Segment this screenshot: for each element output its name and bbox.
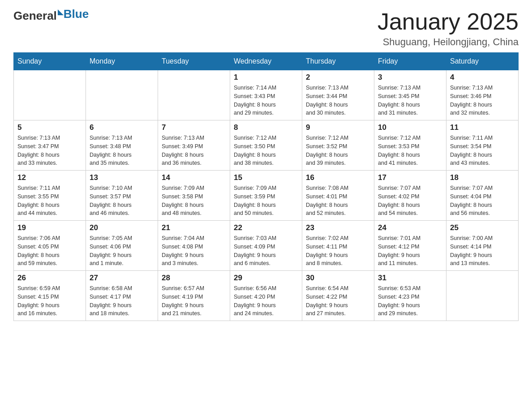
calendar-week-5: 26Sunrise: 6:59 AM Sunset: 4:15 PM Dayli… xyxy=(14,271,519,321)
day-number: 28 xyxy=(162,274,226,283)
day-info: Sunrise: 7:07 AM Sunset: 4:04 PM Dayligh… xyxy=(450,184,515,218)
calendar-cell: 4Sunrise: 7:13 AM Sunset: 3:46 PM Daylig… xyxy=(446,70,519,120)
weekday-header-row: SundayMondayTuesdayWednesdayThursdayFrid… xyxy=(14,53,519,70)
calendar-cell: 25Sunrise: 7:00 AM Sunset: 4:14 PM Dayli… xyxy=(446,221,519,271)
day-number: 3 xyxy=(378,73,442,82)
calendar-week-1: 1Sunrise: 7:14 AM Sunset: 3:43 PM Daylig… xyxy=(14,70,519,120)
day-info: Sunrise: 7:08 AM Sunset: 4:01 PM Dayligh… xyxy=(306,184,370,218)
day-info: Sunrise: 7:02 AM Sunset: 4:11 PM Dayligh… xyxy=(306,234,370,268)
day-info: Sunrise: 7:06 AM Sunset: 4:05 PM Dayligh… xyxy=(17,234,82,268)
day-info: Sunrise: 6:54 AM Sunset: 4:22 PM Dayligh… xyxy=(306,284,370,318)
calendar-week-4: 19Sunrise: 7:06 AM Sunset: 4:05 PM Dayli… xyxy=(14,221,519,271)
calendar-cell: 22Sunrise: 7:03 AM Sunset: 4:09 PM Dayli… xyxy=(230,221,302,271)
calendar-cell: 7Sunrise: 7:13 AM Sunset: 3:49 PM Daylig… xyxy=(158,120,230,171)
day-number: 15 xyxy=(234,173,298,182)
calendar-cell: 29Sunrise: 6:56 AM Sunset: 4:20 PM Dayli… xyxy=(230,271,302,321)
day-number: 1 xyxy=(234,73,298,82)
day-info: Sunrise: 7:13 AM Sunset: 3:46 PM Dayligh… xyxy=(450,84,515,117)
location: Shuguang, Heilongjiang, China xyxy=(378,36,519,48)
day-number: 13 xyxy=(90,173,154,182)
day-number: 2 xyxy=(306,73,370,82)
calendar-cell: 24Sunrise: 7:01 AM Sunset: 4:12 PM Dayli… xyxy=(374,221,446,271)
logo-arrow-icon xyxy=(58,9,64,15)
calendar-cell: 1Sunrise: 7:14 AM Sunset: 3:43 PM Daylig… xyxy=(230,70,302,120)
calendar-cell: 30Sunrise: 6:54 AM Sunset: 4:22 PM Dayli… xyxy=(302,271,374,321)
calendar-cell: 17Sunrise: 7:07 AM Sunset: 4:02 PM Dayli… xyxy=(374,171,446,221)
calendar-cell: 18Sunrise: 7:07 AM Sunset: 4:04 PM Dayli… xyxy=(446,171,519,221)
day-info: Sunrise: 7:13 AM Sunset: 3:47 PM Dayligh… xyxy=(17,134,82,167)
calendar-cell: 21Sunrise: 7:04 AM Sunset: 4:08 PM Dayli… xyxy=(158,221,230,271)
calendar-cell: 23Sunrise: 7:02 AM Sunset: 4:11 PM Dayli… xyxy=(302,221,374,271)
day-info: Sunrise: 6:53 AM Sunset: 4:23 PM Dayligh… xyxy=(378,284,442,318)
day-info: Sunrise: 6:58 AM Sunset: 4:17 PM Dayligh… xyxy=(90,284,154,318)
month-title: January 2025 xyxy=(378,9,519,34)
day-info: Sunrise: 7:11 AM Sunset: 3:54 PM Dayligh… xyxy=(450,134,515,167)
calendar-week-2: 5Sunrise: 7:13 AM Sunset: 3:47 PM Daylig… xyxy=(14,120,519,171)
day-number: 8 xyxy=(234,123,298,132)
day-info: Sunrise: 7:13 AM Sunset: 3:45 PM Dayligh… xyxy=(378,84,442,117)
title-section: January 2025 Shuguang, Heilongjiang, Chi… xyxy=(378,9,519,48)
calendar-header: SundayMondayTuesdayWednesdayThursdayFrid… xyxy=(14,53,519,70)
calendar-cell: 10Sunrise: 7:12 AM Sunset: 3:53 PM Dayli… xyxy=(374,120,446,171)
weekday-header-monday: Monday xyxy=(86,53,158,70)
calendar-cell: 27Sunrise: 6:58 AM Sunset: 4:17 PM Dayli… xyxy=(86,271,158,321)
day-number: 10 xyxy=(378,123,442,132)
weekday-header-wednesday: Wednesday xyxy=(230,53,302,70)
day-info: Sunrise: 7:14 AM Sunset: 3:43 PM Dayligh… xyxy=(234,84,298,117)
logo: General Blue xyxy=(13,9,89,23)
weekday-header-sunday: Sunday xyxy=(14,53,86,70)
day-info: Sunrise: 7:07 AM Sunset: 4:02 PM Dayligh… xyxy=(378,184,442,218)
logo-blue: Blue xyxy=(64,7,89,21)
calendar-cell: 31Sunrise: 6:53 AM Sunset: 4:23 PM Dayli… xyxy=(374,271,446,321)
calendar-cell: 9Sunrise: 7:12 AM Sunset: 3:52 PM Daylig… xyxy=(302,120,374,171)
day-number: 18 xyxy=(450,173,515,182)
day-info: Sunrise: 7:13 AM Sunset: 3:48 PM Dayligh… xyxy=(90,134,154,167)
day-number: 29 xyxy=(234,274,298,283)
day-number: 20 xyxy=(90,223,154,232)
day-info: Sunrise: 6:56 AM Sunset: 4:20 PM Dayligh… xyxy=(234,284,298,318)
day-number: 14 xyxy=(162,173,226,182)
calendar-cell: 19Sunrise: 7:06 AM Sunset: 4:05 PM Dayli… xyxy=(14,221,86,271)
day-info: Sunrise: 7:13 AM Sunset: 3:49 PM Dayligh… xyxy=(162,134,226,167)
day-info: Sunrise: 7:01 AM Sunset: 4:12 PM Dayligh… xyxy=(378,234,442,268)
day-info: Sunrise: 7:12 AM Sunset: 3:50 PM Dayligh… xyxy=(234,134,298,167)
day-number: 19 xyxy=(17,223,82,232)
day-number: 26 xyxy=(17,274,82,283)
day-info: Sunrise: 6:59 AM Sunset: 4:15 PM Dayligh… xyxy=(17,284,82,318)
calendar-week-3: 12Sunrise: 7:11 AM Sunset: 3:55 PM Dayli… xyxy=(14,171,519,221)
calendar-cell: 6Sunrise: 7:13 AM Sunset: 3:48 PM Daylig… xyxy=(86,120,158,171)
calendar-cell xyxy=(14,70,86,120)
day-number: 4 xyxy=(450,73,515,82)
day-info: Sunrise: 7:12 AM Sunset: 3:53 PM Dayligh… xyxy=(378,134,442,167)
calendar-cell xyxy=(446,271,519,321)
calendar-cell: 13Sunrise: 7:10 AM Sunset: 3:57 PM Dayli… xyxy=(86,171,158,221)
calendar-cell xyxy=(158,70,230,120)
day-info: Sunrise: 7:09 AM Sunset: 3:59 PM Dayligh… xyxy=(234,184,298,218)
calendar-cell: 28Sunrise: 6:57 AM Sunset: 4:19 PM Dayli… xyxy=(158,271,230,321)
day-number: 6 xyxy=(90,123,154,132)
calendar-cell: 5Sunrise: 7:13 AM Sunset: 3:47 PM Daylig… xyxy=(14,120,86,171)
day-number: 27 xyxy=(90,274,154,283)
weekday-header-tuesday: Tuesday xyxy=(158,53,230,70)
logo-general: General xyxy=(13,9,57,23)
day-number: 12 xyxy=(17,173,82,182)
calendar-cell: 11Sunrise: 7:11 AM Sunset: 3:54 PM Dayli… xyxy=(446,120,519,171)
day-info: Sunrise: 7:11 AM Sunset: 3:55 PM Dayligh… xyxy=(17,184,82,218)
day-number: 5 xyxy=(17,123,82,132)
day-number: 9 xyxy=(306,123,370,132)
day-info: Sunrise: 7:05 AM Sunset: 4:06 PM Dayligh… xyxy=(90,234,154,268)
weekday-header-thursday: Thursday xyxy=(302,53,374,70)
calendar-cell: 16Sunrise: 7:08 AM Sunset: 4:01 PM Dayli… xyxy=(302,171,374,221)
calendar-cell: 20Sunrise: 7:05 AM Sunset: 4:06 PM Dayli… xyxy=(86,221,158,271)
day-number: 22 xyxy=(234,223,298,232)
day-number: 21 xyxy=(162,223,226,232)
day-number: 24 xyxy=(378,223,442,232)
calendar-cell: 14Sunrise: 7:09 AM Sunset: 3:58 PM Dayli… xyxy=(158,171,230,221)
day-info: Sunrise: 7:13 AM Sunset: 3:44 PM Dayligh… xyxy=(306,84,370,117)
day-info: Sunrise: 6:57 AM Sunset: 4:19 PM Dayligh… xyxy=(162,284,226,318)
day-number: 17 xyxy=(378,173,442,182)
day-info: Sunrise: 7:10 AM Sunset: 3:57 PM Dayligh… xyxy=(90,184,154,218)
calendar-body: 1Sunrise: 7:14 AM Sunset: 3:43 PM Daylig… xyxy=(14,70,519,321)
calendar-cell xyxy=(86,70,158,120)
day-number: 31 xyxy=(378,274,442,283)
